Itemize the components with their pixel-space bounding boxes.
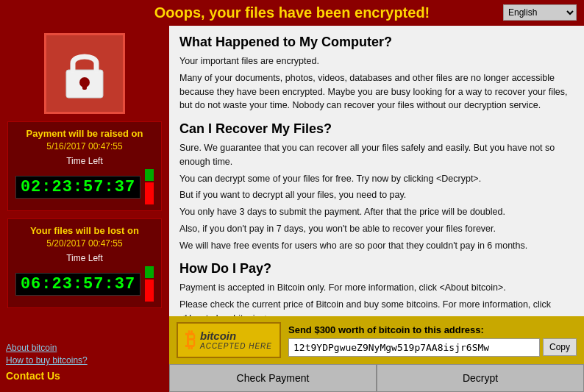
section2-p2: You can decrypt some of your files for f… bbox=[179, 172, 574, 186]
left-links: About bitcoin How to buy bitcoins? Conta… bbox=[6, 340, 163, 385]
timer-box-2: Your files will be lost on 5/20/2017 00:… bbox=[7, 218, 162, 308]
bitcoin-sub-text: ACCEPTED HERE bbox=[200, 342, 272, 350]
left-panel: Payment will be raised on 5/16/2017 00:4… bbox=[0, 26, 169, 392]
section3-p1: Payment is accepted in Bitcoin only. For… bbox=[179, 281, 574, 295]
right-panel: What Happened to My Computer? Your impor… bbox=[169, 26, 584, 392]
bitcoin-logo: ₿ bitcoin ACCEPTED HERE bbox=[177, 322, 281, 358]
bitcoin-main-text: bitcoin bbox=[200, 330, 272, 343]
bottom-bar: ₿ bitcoin ACCEPTED HERE Send $300 worth … bbox=[169, 316, 584, 364]
address-section: Send $300 worth of bitcoin to this addre… bbox=[288, 324, 577, 357]
contact-us-link[interactable]: Contact Us bbox=[6, 370, 163, 382]
section2-p6: We will have free events for users who a… bbox=[179, 239, 574, 253]
bitcoin-text: bitcoin ACCEPTED HERE bbox=[200, 330, 272, 351]
section2-p5: Also, if you don't pay in 7 days, you wo… bbox=[179, 222, 574, 236]
address-input[interactable] bbox=[288, 338, 540, 357]
timer2-bar bbox=[145, 266, 154, 302]
timer2-bar-red bbox=[145, 279, 154, 302]
right-content: What Happened to My Computer? Your impor… bbox=[169, 26, 584, 316]
language-select[interactable]: English Español Français Deutsch 中文 bbox=[503, 4, 577, 21]
svg-rect-2 bbox=[82, 82, 87, 90]
how-to-buy-link[interactable]: How to buy bitcoins? bbox=[6, 355, 163, 366]
timer1-row: 02:23:57:37 bbox=[15, 169, 154, 204]
timer1-bar-green bbox=[145, 169, 154, 181]
about-bitcoin-link[interactable]: About bitcoin bbox=[6, 343, 163, 353]
action-bar: Check Payment Decrypt bbox=[169, 364, 584, 392]
copy-button[interactable]: Copy bbox=[543, 338, 577, 356]
decrypt-button[interactable]: Decrypt bbox=[377, 364, 584, 392]
timer1-bar-red bbox=[145, 182, 154, 204]
timer2-bar-green bbox=[145, 266, 154, 278]
address-row: Copy bbox=[288, 338, 577, 357]
section2-heading: Can I Recover My Files? bbox=[179, 121, 574, 137]
lock-icon bbox=[55, 44, 114, 103]
section1-p2: Many of your documents, photos, videos, … bbox=[179, 71, 574, 113]
section3-p2: Please check the current price of Bitcoi… bbox=[179, 298, 574, 316]
header-title: Ooops, your files have been encrypted! bbox=[154, 4, 430, 21]
section1-heading: What Happened to My Computer? bbox=[179, 35, 574, 50]
timer1-timeleft-label: Time Left bbox=[15, 156, 154, 166]
timer1-digits: 02:23:57:37 bbox=[15, 176, 140, 199]
timer2-timeleft-label: Time Left bbox=[15, 253, 154, 263]
section1-p1: Your important files are encrypted. bbox=[179, 54, 574, 68]
check-payment-button[interactable]: Check Payment bbox=[169, 364, 377, 392]
timer2-digits: 06:23:57:37 bbox=[15, 273, 140, 296]
section2-p3: But if you want to decrypt all your file… bbox=[179, 188, 574, 202]
section2-p1: Sure. We guarantee that you can recover … bbox=[179, 141, 574, 169]
timer1-bar bbox=[145, 169, 154, 204]
timer1-date: 5/16/2017 00:47:55 bbox=[15, 141, 154, 152]
timer-box-1: Payment will be raised on 5/16/2017 00:4… bbox=[7, 121, 162, 211]
timer2-date: 5/20/2017 00:47:55 bbox=[15, 238, 154, 249]
main-body: Payment will be raised on 5/16/2017 00:4… bbox=[0, 26, 584, 392]
send-label: Send $300 worth of bitcoin to this addre… bbox=[288, 324, 577, 335]
timer1-label: Payment will be raised on bbox=[15, 128, 154, 139]
section2-p4: You only have 3 days to submit the payme… bbox=[179, 205, 574, 219]
timer2-row: 06:23:57:37 bbox=[15, 266, 154, 302]
timer2-label: Your files will be lost on bbox=[15, 225, 154, 236]
header: Ooops, your files have been encrypted! E… bbox=[0, 0, 584, 26]
lock-icon-wrapper bbox=[44, 33, 125, 114]
bitcoin-b-icon: ₿ bbox=[185, 328, 196, 352]
section3-heading: How Do I Pay? bbox=[179, 261, 574, 277]
